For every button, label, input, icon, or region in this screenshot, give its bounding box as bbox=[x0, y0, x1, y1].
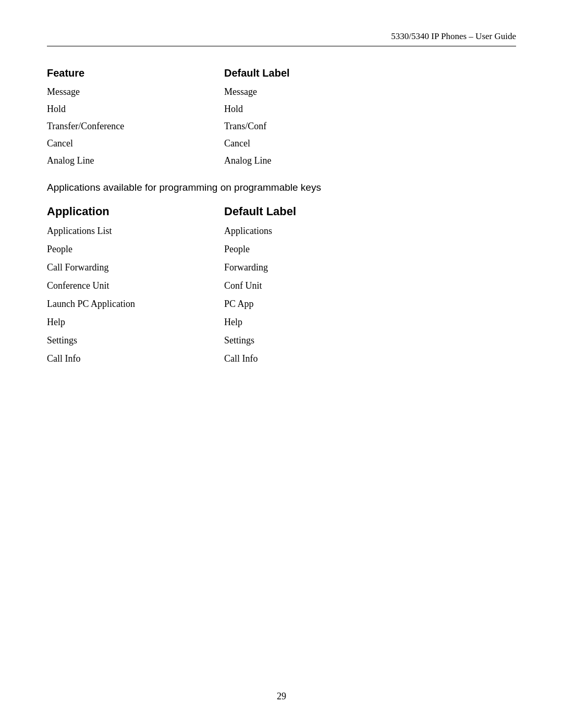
applications-col1-header: Application bbox=[47, 205, 224, 218]
application-label: Call Info bbox=[224, 353, 516, 364]
applications-section-heading: Applications available for programming o… bbox=[47, 182, 516, 193]
application-label: Conf Unit bbox=[224, 280, 516, 291]
table-row: Applications List Applications bbox=[47, 226, 516, 237]
application-name: Settings bbox=[47, 335, 224, 346]
table-row: Conference Unit Conf Unit bbox=[47, 280, 516, 291]
feature-label: Analog Line bbox=[224, 155, 516, 166]
table-row: Settings Settings bbox=[47, 335, 516, 346]
applications-table: Application Default Label Applications L… bbox=[47, 205, 516, 364]
feature-name: Message bbox=[47, 87, 224, 97]
application-name: Conference Unit bbox=[47, 280, 224, 291]
page-header: 5330/5340 IP Phones – User Guide bbox=[47, 31, 516, 46]
application-name: Call Info bbox=[47, 353, 224, 364]
page-footer: 29 bbox=[0, 691, 563, 702]
features-col1-header: Feature bbox=[47, 67, 224, 79]
features-col2-header: Default Label bbox=[224, 67, 516, 79]
page-number: 29 bbox=[277, 691, 286, 701]
application-name: People bbox=[47, 244, 224, 255]
applications-table-header: Application Default Label bbox=[47, 205, 516, 218]
table-row: Launch PC Application PC App bbox=[47, 299, 516, 310]
table-row: Message Message bbox=[47, 87, 516, 97]
table-row: Hold Hold bbox=[47, 104, 516, 115]
feature-name: Hold bbox=[47, 104, 224, 115]
feature-label: Message bbox=[224, 87, 516, 97]
table-row: Cancel Cancel bbox=[47, 138, 516, 149]
application-name: Applications List bbox=[47, 226, 224, 237]
feature-name: Transfer/Conference bbox=[47, 121, 224, 132]
applications-col2-header: Default Label bbox=[224, 205, 516, 218]
feature-name: Analog Line bbox=[47, 155, 224, 166]
feature-label: Hold bbox=[224, 104, 516, 115]
application-label: People bbox=[224, 244, 516, 255]
page: 5330/5340 IP Phones – User Guide Feature… bbox=[0, 0, 563, 728]
table-row: Call Forwarding Forwarding bbox=[47, 262, 516, 273]
features-table: Feature Default Label Message Message Ho… bbox=[47, 67, 516, 166]
table-row: Call Info Call Info bbox=[47, 353, 516, 364]
feature-label: Cancel bbox=[224, 138, 516, 149]
application-name: Launch PC Application bbox=[47, 299, 224, 310]
application-name: Call Forwarding bbox=[47, 262, 224, 273]
application-label: Settings bbox=[224, 335, 516, 346]
table-row: People People bbox=[47, 244, 516, 255]
application-label: Forwarding bbox=[224, 262, 516, 273]
header-title: 5330/5340 IP Phones – User Guide bbox=[391, 31, 516, 42]
feature-label: Trans/Conf bbox=[224, 121, 516, 132]
feature-name: Cancel bbox=[47, 138, 224, 149]
table-row: Analog Line Analog Line bbox=[47, 155, 516, 166]
application-name: Help bbox=[47, 317, 224, 328]
table-row: Transfer/Conference Trans/Conf bbox=[47, 121, 516, 132]
application-label: Help bbox=[224, 317, 516, 328]
application-label: Applications bbox=[224, 226, 516, 237]
application-label: PC App bbox=[224, 299, 516, 310]
features-table-header: Feature Default Label bbox=[47, 67, 516, 79]
table-row: Help Help bbox=[47, 317, 516, 328]
